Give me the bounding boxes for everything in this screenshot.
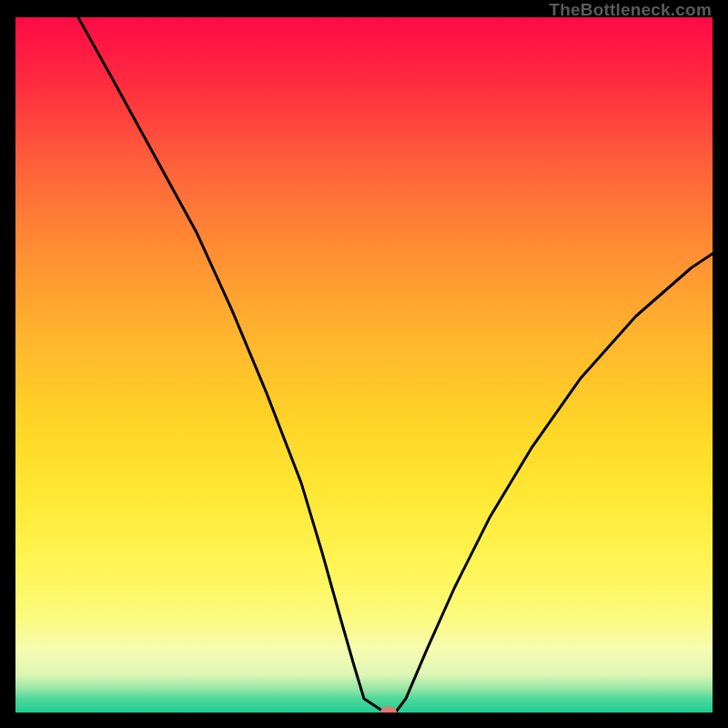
current-point-marker bbox=[380, 707, 397, 713]
curve-layer bbox=[15, 17, 713, 713]
plot-area bbox=[15, 17, 713, 713]
bottleneck-curve bbox=[78, 17, 713, 713]
chart-frame: TheBottleneck.com bbox=[0, 0, 728, 728]
